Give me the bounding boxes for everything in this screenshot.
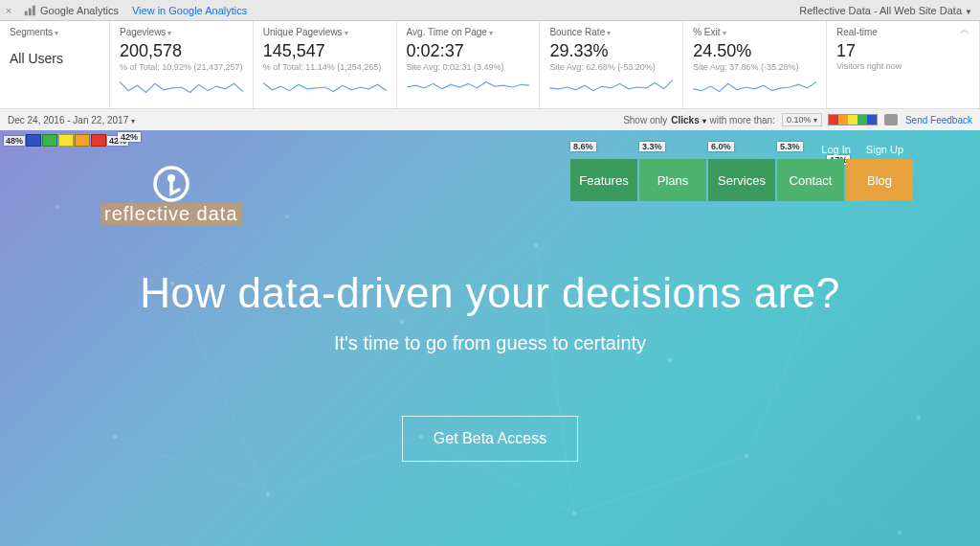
nav-features[interactable]: 8.6% Features	[570, 159, 637, 201]
svg-rect-0	[25, 11, 28, 15]
ga-icon	[23, 4, 36, 17]
clicks-dropdown[interactable]: Clicks ▾	[671, 115, 705, 125]
svg-point-29	[572, 512, 576, 515]
svg-rect-1	[29, 8, 32, 15]
svg-line-13	[574, 456, 746, 513]
brand-logo[interactable]: 42% reflective data	[100, 165, 242, 225]
realtime-cell[interactable]: ︽ Real-time 17 Visitors right now	[827, 21, 980, 108]
color-scale[interactable]	[828, 114, 878, 125]
metric-bounce-rate[interactable]: Bounce Rate▾ 29.33% Site Avg: 62.68% (-5…	[540, 21, 683, 108]
threshold-input[interactable]: 0.10% ▾	[782, 113, 822, 126]
segments-cell[interactable]: Segments▾ All Users	[0, 21, 110, 108]
nav-plans[interactable]: 3.3% Plans	[639, 159, 706, 201]
svg-line-14	[746, 456, 900, 533]
signup-link[interactable]: Sign Up	[866, 144, 903, 155]
brand-name: reflective data	[100, 203, 242, 225]
hero-headline: How data-driven your decisions are?	[0, 269, 980, 317]
ga-topbar: × Google Analytics View in Google Analyt…	[0, 0, 980, 21]
page-overlay: 48% 42% 42% reflective data Log In 17% S…	[0, 130, 980, 546]
metric-exit[interactable]: % Exit▾ 24.50% Site Avg: 37.86% (-35.28%…	[683, 21, 827, 108]
controlbar: Dec 24, 2016 - Jan 22, 2017 ▾ Show only …	[0, 109, 980, 130]
comment-icon[interactable]	[884, 114, 898, 125]
logo-pct-label: 42%	[118, 132, 141, 142]
heat-left-pct: 48%	[4, 136, 25, 146]
svg-point-20	[285, 215, 289, 218]
view-selector[interactable]: Reflective Data - All Web Site Data ▼	[791, 5, 980, 16]
sparkline	[693, 74, 816, 101]
auth-links: Log In 17% Sign Up	[821, 144, 903, 155]
heat-color-4	[75, 134, 90, 147]
send-feedback-link[interactable]: Send Feedback	[905, 115, 972, 125]
main-nav: 8.6% Features 3.3% Plans 6.0% Services 5…	[570, 159, 913, 201]
metric-avg-time[interactable]: Avg. Time on Page▾ 0:02:37 Site Avg: 0:0…	[397, 21, 541, 108]
show-only-label: Show only	[623, 115, 667, 125]
collapse-icon[interactable]: ︽	[960, 27, 969, 33]
metric-pageviews[interactable]: Pageviews▾ 200,578 % of Total: 10.92% (2…	[110, 21, 254, 108]
login-link[interactable]: Log In 17%	[821, 144, 851, 155]
logo-icon	[152, 165, 190, 203]
sparkline	[120, 74, 243, 101]
heatmap-legend: 48% 42%	[4, 134, 128, 147]
with-more-than-label: with more than:	[710, 115, 775, 125]
nav-blog[interactable]: Blog	[846, 159, 913, 201]
metric-unique-pageviews[interactable]: Unique Pageviews▾ 145,547 % of Total: 11…	[254, 21, 397, 108]
heat-color-2	[42, 134, 57, 147]
svg-rect-2	[33, 5, 35, 15]
heat-color-5	[91, 134, 106, 147]
nav-contact[interactable]: 5.3% Contact	[777, 159, 844, 201]
heat-color-3	[58, 134, 74, 147]
sparkline	[549, 74, 673, 101]
daterange-picker[interactable]: Dec 24, 2016 - Jan 22, 2017 ▾	[8, 115, 135, 125]
hero-sub: It's time to go from guess to certainty	[0, 332, 980, 354]
ga-logo: Google Analytics	[17, 4, 124, 17]
svg-point-31	[898, 531, 902, 535]
cta-button[interactable]: Get Beta Access	[402, 416, 578, 462]
ga-label: Google Analytics	[40, 5, 119, 16]
nav-services[interactable]: 6.0% Services	[708, 159, 775, 201]
sparkline	[263, 74, 387, 101]
metrics-row: Segments▾ All Users Pageviews▾ 200,578 %…	[0, 21, 980, 109]
view-in-ga-link[interactable]: View in Google Analytics	[124, 5, 255, 16]
sparkline	[407, 74, 530, 101]
svg-point-27	[266, 492, 270, 496]
svg-point-18	[56, 205, 59, 209]
heat-color-1	[26, 134, 41, 147]
hero: How data-driven your decisions are? It's…	[0, 269, 980, 462]
segment-value: All Users	[10, 51, 100, 66]
close-icon[interactable]: ×	[0, 5, 17, 16]
svg-point-22	[534, 243, 538, 247]
